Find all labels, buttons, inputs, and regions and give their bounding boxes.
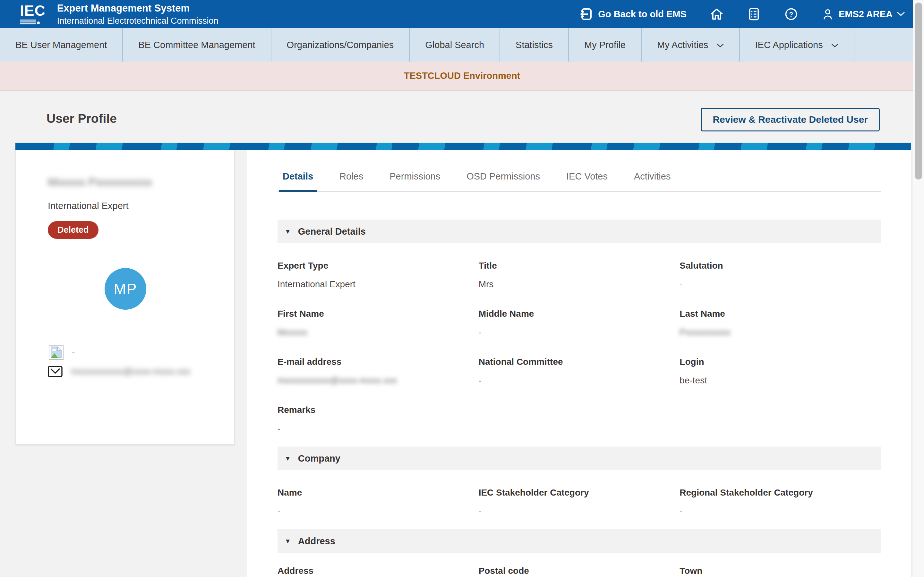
field-label: Regional Stakeholder Category <box>680 488 881 498</box>
field-value: - <box>479 506 680 516</box>
field-value-masked: mxxxxxxxxxx@xxxx-mxxx.xxx <box>278 376 479 386</box>
section-title: Company <box>298 453 341 464</box>
field-value: - <box>479 376 680 386</box>
nav-item-organizations-companies[interactable]: Organizations/Companies <box>271 28 410 61</box>
field-label: First Name <box>278 309 479 319</box>
collapse-triangle-icon: ▼ <box>284 455 291 462</box>
section-title: Address <box>298 536 335 546</box>
field-iec-stakeholder-category: IEC Stakeholder Category - <box>479 488 680 516</box>
tab-roles[interactable]: Roles <box>336 171 367 191</box>
chevron-down-icon <box>897 12 905 16</box>
go-back-label: Go Back to old EMS <box>598 9 687 19</box>
company-grid: Name - IEC Stakeholder Category - Region… <box>278 488 881 516</box>
field-label: Address <box>278 566 479 576</box>
list-board-icon[interactable] <box>747 7 761 21</box>
general-details-grid: Expert Type International Expert Title M… <box>278 261 881 434</box>
nav-label: Organizations/Companies <box>287 40 394 50</box>
profile-expert-type: International Expert <box>48 201 128 211</box>
nav-item-iec-applications[interactable]: IEC Applications <box>740 28 855 61</box>
tab-details[interactable]: Details <box>279 171 317 192</box>
nav-item-global-search[interactable]: Global Search <box>410 28 500 61</box>
profile-email-row: mxxxxxxxxxx@xxxx-mxxx.xxx <box>48 366 190 378</box>
tab-iec-votes[interactable]: IEC Votes <box>562 171 612 191</box>
review-reactivate-deleted-user-button[interactable]: Review & Reactivate Deleted User <box>701 108 880 131</box>
scrollbar-thumb[interactable] <box>915 3 922 179</box>
account-label: EMS2 AREA <box>838 9 893 19</box>
tab-osd-permissions[interactable]: OSD Permissions <box>463 171 544 191</box>
field-value-masked: Pxxxxxxxxxx <box>680 327 881 338</box>
home-icon[interactable] <box>710 7 724 21</box>
field-first-name: First Name Mxxxxx <box>278 309 479 338</box>
scrollbar-track[interactable] <box>913 0 924 577</box>
field-postal-code: Postal code <box>479 566 680 577</box>
field-town: Town <box>680 566 881 577</box>
field-value: Mrs <box>479 279 680 290</box>
address-grid: Address Postal code Town <box>278 566 881 577</box>
user-icon <box>821 8 834 21</box>
field-salutation: Salutation - <box>680 261 881 290</box>
field-label: Middle Name <box>479 309 680 319</box>
help-icon[interactable]: ? <box>784 7 798 21</box>
go-back-to-old-ems-button[interactable]: Go Back to old EMS <box>580 7 687 21</box>
field-last-name: Last Name Pxxxxxxxxxx <box>680 309 881 338</box>
field-national-committee: National Committee - <box>479 357 680 386</box>
environment-banner-text: TESTCLOUD Environment <box>404 71 520 81</box>
field-label: Title <box>479 261 680 271</box>
avatar-initials: MP <box>114 280 137 298</box>
field-label: E-mail address <box>278 357 479 367</box>
field-value: be-test <box>680 376 881 386</box>
svg-text:?: ? <box>789 11 793 18</box>
section-header-general-details[interactable]: ▼ General Details <box>278 219 881 243</box>
collapse-triangle-icon: ▼ <box>284 228 291 235</box>
section-header-company[interactable]: ▼ Company <box>278 446 881 470</box>
nav-item-my-profile[interactable]: My Profile <box>569 28 642 61</box>
field-value: - <box>278 506 479 516</box>
field-value: - <box>680 506 881 516</box>
app-header: IEC Expert Management System Internation… <box>0 0 924 28</box>
profile-photo-value: - <box>72 347 75 358</box>
broken-image-icon <box>49 345 63 359</box>
tab-activities[interactable]: Activities <box>630 171 674 191</box>
nav-item-statistics[interactable]: Statistics <box>500 28 569 61</box>
profile-name-masked: Mxxxxx Pxxxxxxxxxx <box>48 176 152 189</box>
nav-label: Global Search <box>425 40 484 50</box>
exit-back-icon <box>580 7 593 21</box>
avatar: MP <box>105 268 146 309</box>
field-label: Salutation <box>680 261 881 271</box>
field-label: Postal code <box>479 566 680 576</box>
profile-photo-row: - <box>49 345 75 359</box>
account-menu[interactable]: EMS2 AREA <box>821 8 905 21</box>
field-value-masked: Mxxxxx <box>278 327 479 338</box>
section-header-address[interactable]: ▼ Address <box>278 529 881 553</box>
field-value: - <box>479 327 680 338</box>
field-title: Title Mrs <box>479 261 680 290</box>
iec-logo[interactable]: IEC <box>20 4 45 24</box>
nav-label: BE User Management <box>15 40 107 50</box>
nav-label: Statistics <box>515 40 553 50</box>
profile-email-masked: mxxxxxxxxxx@xxxx-mxxx.xxx <box>71 366 190 377</box>
iec-logo-text: IEC <box>20 4 45 17</box>
field-label: Name <box>278 488 479 498</box>
app-titles: Expert Management System International E… <box>57 3 218 26</box>
tab-permissions[interactable]: Permissions <box>386 171 444 191</box>
nav-item-my-activities[interactable]: My Activities <box>642 28 740 61</box>
field-value: International Expert <box>278 279 479 290</box>
iec-logo-bars <box>20 19 40 24</box>
main-nav: BE User Management BE Committee Manageme… <box>0 28 924 61</box>
nav-item-be-committee-management[interactable]: BE Committee Management <box>123 28 271 61</box>
field-label: Remarks <box>278 405 479 415</box>
chevron-down-icon <box>831 44 838 48</box>
field-address: Address <box>278 566 479 577</box>
section-title: General Details <box>298 226 366 237</box>
field-value: - <box>278 424 479 434</box>
nav-label: My Profile <box>584 40 626 50</box>
page-title: User Profile <box>47 111 117 126</box>
nav-label: My Activities <box>657 40 708 50</box>
field-remarks: Remarks - <box>278 405 479 434</box>
nav-label: IEC Applications <box>755 40 823 50</box>
profile-summary-card: Mxxxxx Pxxxxxxxxxx International Expert … <box>15 150 234 445</box>
nav-item-be-user-management[interactable]: BE User Management <box>0 28 123 61</box>
field-login: Login be-test <box>680 357 881 386</box>
field-value: - <box>680 279 881 290</box>
field-label: Expert Type <box>278 261 479 271</box>
